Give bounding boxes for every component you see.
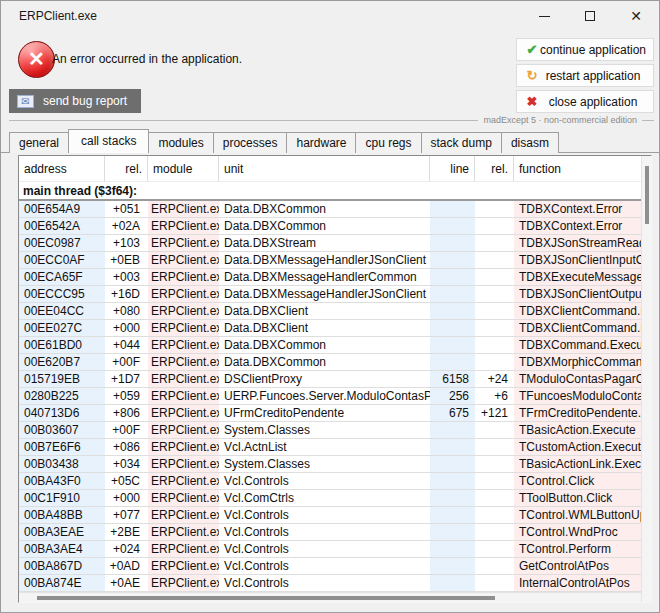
cell-rel: +2BE bbox=[105, 524, 148, 540]
table-row[interactable]: 00E6542A+02AERPClient.exeData.DBXCommonT… bbox=[19, 218, 641, 235]
header-module[interactable]: module bbox=[148, 156, 219, 181]
vertical-scrollbar-thumb[interactable] bbox=[645, 166, 649, 224]
cell-rel: +086 bbox=[105, 439, 148, 455]
tab-cpu-regs[interactable]: cpu regs bbox=[355, 132, 421, 153]
cell-line bbox=[430, 201, 475, 217]
table-row[interactable]: 040713D6+806ERPClient.exeUFrmCreditoPend… bbox=[19, 405, 641, 422]
cell-line bbox=[430, 218, 475, 234]
cell-rel: +024 bbox=[105, 541, 148, 557]
branding-text: madExcept 5 · non-commercial edition bbox=[483, 115, 637, 125]
table-row[interactable]: 00ECC0AF+0EBERPClient.exeData.DBXMessage… bbox=[19, 252, 641, 269]
cell-rel2 bbox=[475, 439, 514, 455]
header-function[interactable]: function bbox=[514, 156, 641, 181]
cell-module: ERPClient.exe bbox=[148, 218, 219, 234]
table-row[interactable]: 00ECCC95+16DERPClient.exeData.DBXMessage… bbox=[19, 286, 641, 303]
vertical-scrollbar[interactable] bbox=[641, 156, 651, 602]
cell-module: ERPClient.exe bbox=[148, 558, 219, 574]
horizontal-scrollbar[interactable] bbox=[19, 592, 641, 602]
cell-rel: +000 bbox=[105, 320, 148, 336]
header-rel[interactable]: rel. bbox=[105, 156, 148, 181]
cell-line bbox=[430, 235, 475, 251]
cell-module: ERPClient.exe bbox=[148, 201, 219, 217]
cell-line: 6158 bbox=[430, 371, 475, 387]
table-row[interactable]: 00C1F910+000ERPClient.exeVcl.ComCtrlsTTo… bbox=[19, 490, 641, 507]
table-row[interactable]: 00B03438+034ERPClient.exeSystem.ClassesT… bbox=[19, 456, 641, 473]
cell-unit: System.Classes bbox=[219, 422, 430, 438]
table-row[interactable]: 00EC0987+103ERPClient.exeData.DBXStreamT… bbox=[19, 235, 641, 252]
table-row[interactable]: 00EE027C+000ERPClient.exeData.DBXClientT… bbox=[19, 320, 641, 337]
cell-rel: +051 bbox=[105, 201, 148, 217]
cell-function: TBasicActionLink.Execute bbox=[514, 456, 641, 472]
cell-function: TBasicAction.Execute bbox=[514, 422, 641, 438]
cell-unit: System.Classes bbox=[219, 456, 430, 472]
table-row[interactable]: 00BA867D+0ADERPClient.exeVcl.ControlsGet… bbox=[19, 558, 641, 575]
header-unit[interactable]: unit bbox=[219, 156, 430, 181]
continue-application-button[interactable]: ✔ continue application bbox=[516, 38, 654, 61]
cell-unit: Vcl.Controls bbox=[219, 558, 430, 574]
table-row[interactable]: 00B03607+00FERPClient.exeSystem.ClassesT… bbox=[19, 422, 641, 439]
cell-address: 0280B225 bbox=[19, 388, 105, 404]
cell-line bbox=[430, 337, 475, 353]
tab-call-stacks[interactable]: call stacks bbox=[68, 129, 149, 153]
table-row[interactable]: 00B7E6F6+086ERPClient.exeVcl.ActnListTCu… bbox=[19, 439, 641, 456]
header-rel2[interactable]: rel. bbox=[475, 156, 514, 181]
cell-address: 040713D6 bbox=[19, 405, 105, 421]
error-x-glyph: ✕ bbox=[28, 49, 45, 69]
cell-function: TDBXContext.Error bbox=[514, 218, 641, 234]
cell-function: TControl.WndProc bbox=[514, 524, 641, 540]
header-line[interactable]: line bbox=[430, 156, 475, 181]
tab-general[interactable]: general bbox=[9, 132, 69, 153]
cell-rel: +00F bbox=[105, 422, 148, 438]
cell-rel2 bbox=[475, 558, 514, 574]
table-row[interactable]: 00ECA65F+003ERPClient.exeData.DBXMessage… bbox=[19, 269, 641, 286]
table-row[interactable]: 00BA48BB+077ERPClient.exeVcl.ControlsTCo… bbox=[19, 507, 641, 524]
table-row[interactable]: 00BA3EAE+2BEERPClient.exeVcl.ControlsTCo… bbox=[19, 524, 641, 541]
maximize-button[interactable] bbox=[567, 1, 613, 31]
cell-rel: +103 bbox=[105, 235, 148, 251]
cell-address: 00BA3AE4 bbox=[19, 541, 105, 557]
cell-unit: Vcl.ComCtrls bbox=[219, 490, 430, 506]
table-row[interactable]: 0280B225+059ERPClient.exeUERP.Funcoes.Se… bbox=[19, 388, 641, 405]
minimize-button[interactable] bbox=[521, 1, 567, 31]
cell-rel: +0EB bbox=[105, 252, 148, 268]
cell-rel: +034 bbox=[105, 456, 148, 472]
titlebar: ERPClient.exe ✕ bbox=[1, 1, 659, 31]
tab-disasm[interactable]: disasm bbox=[501, 132, 559, 153]
restart-application-button[interactable]: ↻ restart application bbox=[516, 64, 654, 87]
cell-rel2 bbox=[475, 507, 514, 523]
cell-function: TDBXCommand.ExecuteU bbox=[514, 337, 641, 353]
tab-modules[interactable]: modules bbox=[148, 132, 213, 153]
table-row[interactable]: 00EE04CC+080ERPClient.exeData.DBXClientT… bbox=[19, 303, 641, 320]
tab-hardware[interactable]: hardware bbox=[286, 132, 356, 153]
cell-address: 00ECA65F bbox=[19, 269, 105, 285]
header-address[interactable]: address bbox=[19, 156, 105, 181]
cell-function: TControl.Perform bbox=[514, 541, 641, 557]
table-row[interactable]: 00E620B7+00FERPClient.exeData.DBXCommonT… bbox=[19, 354, 641, 371]
send-bug-report-button[interactable]: ✉ send bug report bbox=[9, 89, 141, 113]
cell-address: 00E6542A bbox=[19, 218, 105, 234]
tab-processes[interactable]: processes bbox=[213, 132, 288, 153]
close-button[interactable]: ✕ bbox=[613, 1, 659, 31]
cell-function: GetControlAtPos bbox=[514, 558, 641, 574]
error-message: An error occurred in the application. bbox=[52, 52, 242, 66]
table-row[interactable]: 00BA874E+0AEERPClient.exeVcl.ControlsInt… bbox=[19, 575, 641, 592]
table-row[interactable]: 00E654A9+051ERPClient.exeData.DBXCommonT… bbox=[19, 201, 641, 218]
table-row[interactable]: 015719EB+1D7ERPClient.exeDSClientProxy61… bbox=[19, 371, 641, 388]
close-application-button[interactable]: ✖ close application bbox=[516, 90, 654, 113]
table-row[interactable]: 00BA43F0+05CERPClient.exeVcl.ControlsTCo… bbox=[19, 473, 641, 490]
horizontal-scrollbar-thumb[interactable] bbox=[37, 596, 495, 600]
cell-unit: UERP.Funcoes.Server.ModuloContasPagar bbox=[219, 388, 430, 404]
cell-module: ERPClient.exe bbox=[148, 422, 219, 438]
table-row[interactable]: 00E61BD0+044ERPClient.exeData.DBXCommonT… bbox=[19, 337, 641, 354]
cell-address: 00ECCC95 bbox=[19, 286, 105, 302]
cell-unit: Data.DBXClient bbox=[219, 320, 430, 336]
cell-unit: UFrmCreditoPendente bbox=[219, 405, 430, 421]
cell-module: ERPClient.exe bbox=[148, 456, 219, 472]
cell-unit: Vcl.Controls bbox=[219, 524, 430, 540]
cell-line bbox=[430, 286, 475, 302]
cell-unit: DSClientProxy bbox=[219, 371, 430, 387]
table-row[interactable]: 00BA3AE4+024ERPClient.exeVcl.ControlsTCo… bbox=[19, 541, 641, 558]
cell-rel: +05C bbox=[105, 473, 148, 489]
tab-stack-dump[interactable]: stack dump bbox=[421, 132, 502, 153]
table-header-row: address rel. module unit line rel. funct… bbox=[19, 156, 641, 182]
